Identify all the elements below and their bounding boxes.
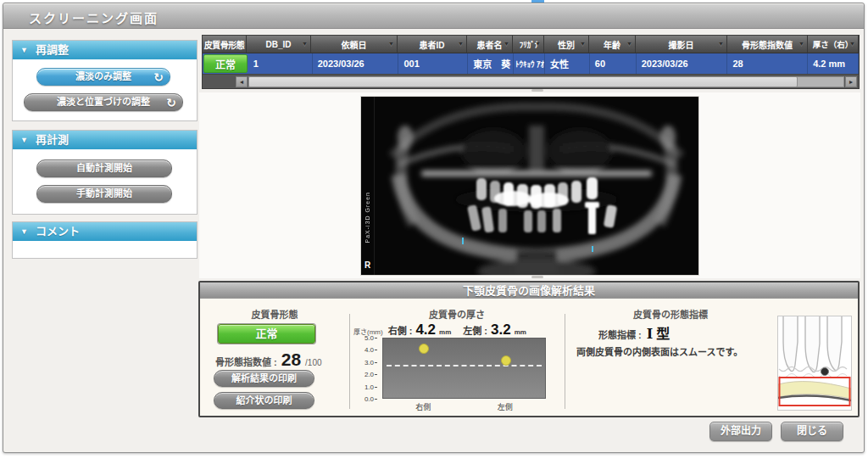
column-label: 皮質骨形態 bbox=[204, 38, 245, 51]
morphology-status-badge: 正常 bbox=[218, 324, 315, 344]
refresh-icon: ↻ bbox=[166, 95, 176, 111]
shape-index-label: 形態指標 : bbox=[598, 327, 642, 341]
column-header-request-date[interactable]: 依頼日▼ bbox=[311, 36, 398, 53]
print-analysis-button[interactable]: 解析結果の印刷 bbox=[214, 370, 314, 387]
bone-index-max: /100 bbox=[305, 358, 321, 367]
column-header-morphology[interactable]: 皮質骨形態 bbox=[203, 36, 247, 53]
sort-icon: ▼ bbox=[302, 41, 308, 47]
manual-measure-start-button[interactable]: 手動計測開始 bbox=[36, 185, 172, 203]
section-label: 再計測 bbox=[36, 133, 69, 146]
column-header-shoot-date[interactable]: 撮影日▼ bbox=[636, 36, 727, 53]
sort-icon: ▼ bbox=[798, 41, 804, 47]
screening-window: スクリーニング画面 ▼再調整 濃淡のみ調整 ↻ 濃淡と位置づけの調整 ↻ ▼再計… bbox=[3, 3, 865, 453]
cell-furigana: ﾄｳｷｮｳ ｱｵｲ bbox=[514, 53, 545, 74]
column-label: 厚さ（右） bbox=[813, 38, 854, 50]
thickness-plot bbox=[382, 338, 546, 399]
cell-index-value: 28 bbox=[727, 53, 808, 74]
column-header-sex[interactable]: 性別▼ bbox=[544, 36, 589, 53]
bone-index-line: 骨形態指数値 : 28 /100 bbox=[215, 350, 322, 370]
column-label: 性別 bbox=[558, 38, 575, 51]
section-body-readjustment: 濃淡のみ調整 ↻ 濃淡と位置づけの調整 ↻ bbox=[13, 59, 197, 120]
section-body-comment bbox=[13, 241, 197, 258]
xray-device-label: PaX-i3D Green bbox=[364, 192, 370, 243]
section-remeasure: ▼再計測 自動計測開始 手動計測開始 bbox=[12, 130, 198, 215]
table-header-row: 皮質骨形態 DB_ID▼ 依頼日▼ 患者ID▼ 患者名▼ ﾌﾘｶﾞﾅ▼ 性別▼ … bbox=[203, 36, 859, 53]
print-referral-button[interactable]: 紹介状の印刷 bbox=[214, 392, 314, 409]
shape-section-label: 皮質骨の形態指標 bbox=[565, 307, 776, 321]
table-horizontal-scrollbar[interactable]: ◂ ▸ bbox=[203, 74, 859, 88]
section-label: 再調整 bbox=[36, 43, 69, 56]
panel-divider bbox=[349, 314, 350, 409]
section-header-readjustment[interactable]: ▼再調整 bbox=[13, 41, 197, 59]
cell-request-date: 2023/03/26 bbox=[313, 53, 399, 74]
xray-render bbox=[375, 97, 698, 275]
button-label: 濃淡と位置づけの調整 bbox=[57, 97, 150, 107]
column-label: 患者名 bbox=[477, 38, 503, 51]
table-row[interactable]: 正常 1 2023/03/26 001 東京 葵 ﾄｳｷｮｳ ｱｵｲ 女性 60… bbox=[203, 53, 859, 74]
column-header-dbid[interactable]: DB_ID▼ bbox=[247, 36, 311, 53]
sort-icon: ▼ bbox=[580, 41, 586, 47]
cell-morphology-status: 正常 bbox=[203, 54, 248, 73]
scrollbar-thumb[interactable] bbox=[248, 76, 798, 87]
sort-icon: ▼ bbox=[458, 41, 464, 47]
column-header-furigana[interactable]: ﾌﾘｶﾞﾅ▼ bbox=[513, 36, 544, 53]
shape-index-line: 形態指標 : Ⅰ 型 bbox=[598, 322, 670, 343]
column-label: 骨形態指数値 bbox=[742, 38, 793, 51]
cell-age: 60 bbox=[590, 53, 637, 74]
section-label: コメント bbox=[36, 225, 80, 238]
thickness-readout: 厚さ(mm) 右側 : 4.2 mm 左側 : 3.2 mm bbox=[353, 322, 535, 339]
morphology-section-label: 皮質骨形態 bbox=[200, 307, 349, 321]
left-side-unit: mm bbox=[515, 328, 526, 336]
x-axis-tick-label: 左側 bbox=[488, 401, 522, 412]
shape-description: 両側皮質骨の内側表面はスムースです。 bbox=[576, 344, 780, 358]
right-side-value: 4.2 bbox=[415, 322, 436, 339]
external-output-button[interactable]: 外部出力 bbox=[709, 422, 772, 441]
right-side-label: 右側 : bbox=[388, 323, 413, 337]
sort-icon: ▼ bbox=[718, 41, 724, 47]
column-header-patient-name[interactable]: 患者名▼ bbox=[467, 36, 513, 53]
scroll-left-arrow-icon[interactable]: ◂ bbox=[236, 76, 248, 87]
cell-thickness-right: 4.2 mm bbox=[808, 53, 859, 74]
title-bar: スクリーニング画面 bbox=[3, 4, 864, 29]
column-label: 年齢 bbox=[604, 38, 620, 51]
column-label: DB_ID bbox=[265, 40, 291, 49]
scroll-right-arrow-icon[interactable]: ▸ bbox=[845, 76, 857, 87]
adjust-tone-position-button[interactable]: 濃淡と位置づけの調整 ↻ bbox=[24, 93, 183, 111]
close-button[interactable]: 閉じる bbox=[781, 422, 843, 441]
cell-shoot-date: 2023/03/26 bbox=[637, 53, 728, 74]
collapse-icon: ▼ bbox=[20, 222, 28, 241]
button-label: 自動計測開始 bbox=[76, 163, 132, 173]
section-readjustment: ▼再調整 濃淡のみ調整 ↻ 濃淡と位置づけの調整 ↻ bbox=[12, 40, 198, 121]
column-header-age[interactable]: 年齢▼ bbox=[589, 36, 636, 53]
panoramic-xray-image: PaX-i3D Green R bbox=[361, 97, 698, 275]
bone-index-label: 骨形態指数値 : bbox=[215, 355, 277, 368]
bone-index-value: 28 bbox=[281, 350, 301, 370]
sort-icon: ▼ bbox=[849, 41, 855, 47]
sort-icon: ▼ bbox=[626, 41, 632, 47]
column-label: 撮影日 bbox=[669, 38, 694, 51]
adjust-tone-only-button[interactable]: 濃淡のみ調整 ↻ bbox=[36, 68, 170, 86]
shape-index-value: Ⅰ 型 bbox=[647, 322, 670, 343]
column-header-patient-id[interactable]: 患者ID▼ bbox=[398, 36, 467, 53]
column-header-index-value[interactable]: 骨形態指数値▼ bbox=[727, 36, 808, 53]
data-point bbox=[501, 355, 511, 366]
sort-icon: ▼ bbox=[535, 41, 541, 47]
right-side-unit: mm bbox=[439, 328, 451, 336]
column-label: 依頼日 bbox=[342, 38, 367, 51]
cell-patient-id: 001 bbox=[398, 53, 468, 74]
column-header-thickness-right[interactable]: 厚さ（右）▼ bbox=[808, 36, 859, 53]
patient-table: 皮質骨形態 DB_ID▼ 依頼日▼ 患者ID▼ 患者名▼ ﾌﾘｶﾞﾅ▼ 性別▼ … bbox=[202, 35, 860, 89]
sort-icon: ▼ bbox=[388, 41, 394, 47]
left-side-value: 3.2 bbox=[491, 322, 511, 339]
auto-measure-start-button[interactable]: 自動計測開始 bbox=[36, 159, 172, 177]
panel-divider bbox=[565, 314, 565, 409]
splitter-handle-bottom[interactable] bbox=[531, 276, 543, 278]
section-comment: ▼コメント bbox=[12, 221, 198, 259]
section-header-remeasure[interactable]: ▼再計測 bbox=[13, 131, 197, 149]
cortical-bone-illustration bbox=[777, 316, 852, 411]
xray-device-strip: PaX-i3D Green R bbox=[361, 97, 375, 275]
section-header-comment[interactable]: ▼コメント bbox=[13, 222, 197, 241]
thickness-yaxis: 5.04.03.02.01.00.0 bbox=[354, 338, 380, 399]
splitter-handle-top[interactable] bbox=[531, 89, 543, 92]
x-axis-tick-label: 右側 bbox=[406, 401, 440, 412]
